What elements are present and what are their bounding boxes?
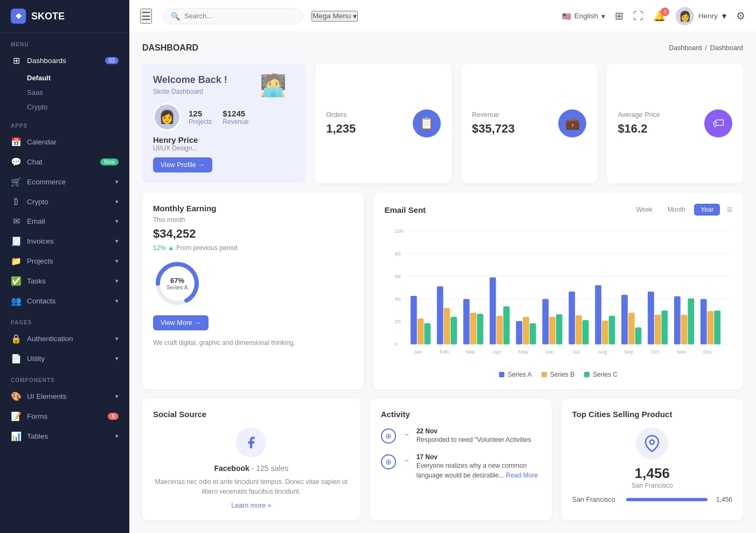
- svg-rect-51: [655, 315, 661, 344]
- sidebar-item-forms[interactable]: 📝 Forms 6: [0, 406, 129, 426]
- orders-stat-card: Orders 1,235 📋: [315, 64, 452, 183]
- sidebar-item-utility[interactable]: 📄 Utility ▾: [0, 349, 129, 369]
- invoices-icon: 🧾: [11, 236, 22, 246]
- fullscreen-button[interactable]: ⛶: [633, 10, 643, 22]
- ecommerce-icon: 🛒: [11, 177, 22, 187]
- profile-row: 👩 125 Projects $1245 Revenue: [153, 103, 295, 131]
- svg-rect-59: [708, 311, 714, 344]
- sidebar-item-label: Calendar: [27, 138, 57, 146]
- period-week-button[interactable]: Week: [629, 204, 658, 216]
- sidebar-item-invoices[interactable]: 🧾 Invoices ▾: [0, 231, 129, 251]
- svg-text:Aug: Aug: [598, 349, 607, 355]
- svg-rect-31: [523, 317, 530, 344]
- sidebar-item-tables[interactable]: 📊 Tables ▾: [0, 426, 129, 446]
- sidebar-sub-default[interactable]: Default: [0, 71, 129, 85]
- period-year-button[interactable]: Year: [694, 204, 720, 216]
- svg-rect-32: [530, 323, 536, 344]
- content-area: DASHBOARD Dashboard / Dashboard Welcome …: [129, 32, 756, 533]
- sidebar-item-label: Ecommerce: [27, 178, 66, 186]
- cities-icon-wrap: [572, 427, 732, 460]
- svg-rect-52: [662, 310, 668, 344]
- series-b-dot: [542, 372, 547, 377]
- sidebar-item-dashboards[interactable]: ⊞ Dashboards 03: [0, 51, 129, 71]
- change-label: From previous period: [176, 244, 237, 252]
- logo[interactable]: ❖ SKOTE: [0, 0, 129, 33]
- chevron-down-icon: ▾: [115, 238, 119, 245]
- breadcrumb-separator: /: [705, 44, 706, 52]
- revenue-stat-card: Revenue $35,723 💼: [461, 64, 598, 183]
- series-b-label: Series B: [550, 371, 574, 378]
- svg-rect-19: [444, 308, 450, 344]
- sidebar-item-label: Invoices: [27, 237, 54, 245]
- sidebar-item-ecommerce[interactable]: 🛒 Ecommerce ▾: [0, 172, 129, 192]
- sidebar-item-ui-elements[interactable]: 🎨 UI Elements ▾: [0, 386, 129, 406]
- language-selector[interactable]: 🇺🇸 English ▾: [562, 12, 605, 20]
- chevron-down-icon: ▾: [115, 278, 119, 285]
- sidebar-item-contacts[interactable]: 👥 Contacts ▾: [0, 291, 129, 311]
- chevron-down-icon: ▾: [115, 433, 119, 440]
- sidebar-item-label: Authentication: [27, 335, 73, 343]
- sidebar-item-label: Dashboards: [27, 57, 66, 65]
- projects-label: Projects: [189, 118, 212, 126]
- svg-rect-36: [556, 314, 563, 344]
- sidebar-item-authentication[interactable]: 🔒 Authentication ▾: [0, 329, 129, 349]
- mega-menu-button[interactable]: Mega Menu ▾: [311, 11, 358, 22]
- svg-rect-18: [437, 286, 443, 344]
- view-more-button[interactable]: View More →: [153, 315, 209, 330]
- sidebar-item-tasks[interactable]: ✅ Tasks ▾: [0, 271, 129, 291]
- sidebar-item-calendar[interactable]: 📅 Calendar: [0, 132, 129, 152]
- svg-rect-16: [425, 323, 431, 344]
- email-icon: ✉: [11, 216, 22, 226]
- view-profile-button[interactable]: View Profile →: [153, 157, 212, 172]
- activity-arrow-2: →: [403, 456, 410, 465]
- svg-rect-39: [575, 315, 582, 344]
- profile-role: UI/UX Design...: [153, 144, 295, 152]
- revenue-icon: 💼: [558, 109, 586, 137]
- period-month-button[interactable]: Month: [661, 204, 692, 216]
- chevron-down-icon: ▾: [115, 218, 119, 225]
- sidebar-item-label: Contacts: [27, 297, 56, 305]
- svg-rect-42: [595, 285, 602, 344]
- city-row-sf: San Francisco 1,456: [572, 496, 732, 503]
- settings-button[interactable]: ⚙: [736, 10, 745, 22]
- sidebar-item-label: Email: [27, 217, 45, 225]
- search-input[interactable]: [184, 12, 292, 20]
- sidebar-sub-crypto[interactable]: Crypto: [0, 100, 129, 114]
- revenue-label: Revenue: [223, 118, 248, 126]
- chart-menu-icon[interactable]: ≡: [726, 204, 732, 216]
- learn-more-link[interactable]: Learn more »: [153, 502, 350, 509]
- read-more-link[interactable]: Read More: [506, 472, 538, 479]
- grid-button[interactable]: ⊞: [615, 10, 623, 22]
- sidebar-item-crypto[interactable]: ₿ Crypto ▾: [0, 192, 129, 211]
- activity-card: Activity ⊕ → 22 Nov Responded to need "V…: [370, 399, 552, 520]
- breadcrumb-current: Dashboard: [710, 44, 743, 52]
- notifications-button[interactable]: 🔔 3: [653, 10, 666, 22]
- chart-legend: Series A Series B Series C: [384, 371, 732, 378]
- user-menu-button[interactable]: 👩 Henry ▾: [676, 7, 726, 25]
- top-city-value: 1,456: [572, 465, 732, 482]
- sidebar: ❖ SKOTE MENU ⊞ Dashboards 03 Default Saa…: [0, 0, 129, 533]
- svg-text:60: 60: [395, 273, 401, 279]
- period-buttons: Week Month Year: [629, 204, 720, 216]
- language-label: English: [574, 12, 598, 20]
- svg-rect-50: [648, 292, 654, 344]
- chat-icon: 💬: [11, 157, 22, 167]
- svg-rect-34: [543, 299, 549, 344]
- svg-rect-60: [715, 310, 721, 344]
- sidebar-item-label: Crypto: [27, 198, 48, 206]
- monthly-period: This month: [153, 216, 353, 224]
- svg-rect-40: [582, 320, 589, 344]
- legend-series-c: Series C: [584, 371, 618, 378]
- svg-rect-15: [418, 319, 424, 344]
- activity-item-1: ⊕ → 22 Nov Responded to need "Volunteer …: [381, 427, 541, 445]
- social-source-title: Social Source: [153, 410, 350, 419]
- breadcrumb-home: Dashboard: [669, 44, 702, 52]
- svg-text:May: May: [518, 349, 529, 355]
- sidebar-item-email[interactable]: ✉ Email ▾: [0, 211, 129, 231]
- sidebar-sub-saas[interactable]: Saas: [0, 85, 129, 100]
- sidebar-item-projects[interactable]: 📁 Projects ▾: [0, 251, 129, 271]
- menu-toggle-button[interactable]: ☰: [140, 9, 152, 24]
- svg-rect-26: [490, 278, 496, 344]
- sidebar-item-chat[interactable]: 💬 Chat New: [0, 152, 129, 172]
- chat-badge: New: [100, 158, 119, 165]
